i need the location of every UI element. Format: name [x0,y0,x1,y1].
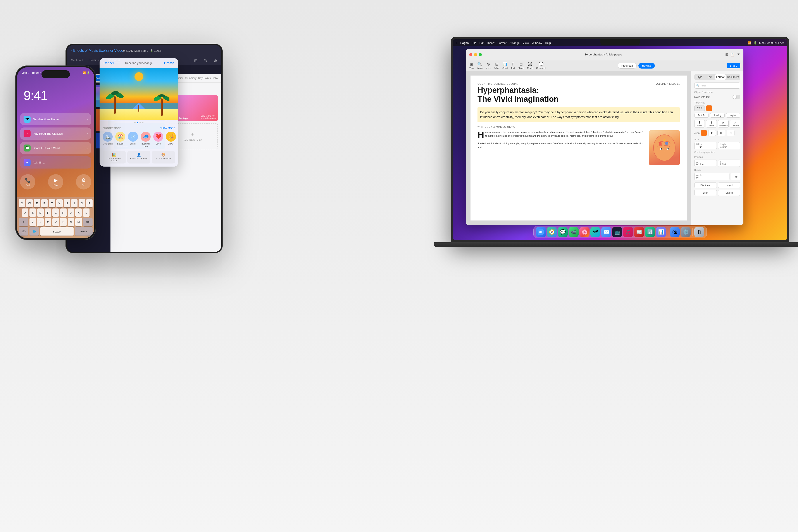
menubar-arrange[interactable]: Arrange [510,41,520,44]
key-t[interactable]: T [49,199,55,207]
dock-finder[interactable] [536,227,546,237]
sidebar-search[interactable]: 🔍 Filter [694,82,740,89]
dialog-cancel-button[interactable]: Cancel [103,61,114,65]
toolbar-chart[interactable]: 📊 Chart [502,62,508,70]
toolbar-table[interactable]: ⊞ Table [494,62,499,70]
key-emoji[interactable]: 🌐 [30,227,39,235]
arrange-back-btn[interactable]: ⬇ Back [694,120,705,128]
menubar-help[interactable]: Help [545,41,551,44]
apple-menu-icon[interactable]:  [456,41,457,45]
dock-messages[interactable]: 💬 [558,227,568,237]
textwrap-none-btn[interactable]: None [694,105,705,111]
dock-numbers[interactable]: 🔢 [645,227,655,237]
angle-field[interactable]: Angle 0° [694,173,729,180]
toolbar-media[interactable]: 🖼 Media [527,62,533,70]
suggestion-winter[interactable]: ❄️ Winter [128,132,138,147]
key-s[interactable]: S [30,208,36,217]
suggestion-love[interactable]: ❤️ Love [153,132,163,147]
key-shift[interactable]: ⇧ [19,218,28,226]
sidebar-tab-document[interactable]: Document [726,74,740,80]
key-return[interactable]: return [75,227,93,235]
key-n[interactable]: N [68,218,74,226]
dock-facetime[interactable]: 📹 [569,227,578,237]
sidebar-tab-format[interactable]: Format [715,74,726,80]
key-k[interactable]: K [75,208,82,217]
unlock-button[interactable]: Unlock [718,190,741,196]
dock-trash[interactable]: 🗑 [694,227,704,237]
dock-mail[interactable]: ✉️ [601,227,611,237]
suggestion-mountains[interactable]: 🏔️ Mountains [102,132,113,147]
toolbar-text[interactable]: T Text [511,62,515,70]
sidebar-tab-style[interactable]: Style [694,74,705,80]
key-q[interactable]: Q [19,199,25,207]
align-left-btn[interactable]: ⊡ [708,130,716,136]
align-center-btn[interactable]: ⊞ [718,130,725,136]
notif-messages[interactable]: 💬 Share ETA with Chad › [20,142,91,154]
distribute-btn[interactable]: Distribute [694,182,717,188]
arrange-front-btn[interactable]: ⬆ Front [706,120,717,128]
textwrap-color-swatch[interactable] [706,105,712,111]
key-o[interactable]: O [79,199,85,207]
key-y[interactable]: Y [56,199,63,207]
notif-maps[interactable]: 🗺 Get directions Home › [20,113,91,125]
traffic-light-minimize[interactable] [474,53,477,56]
toolbar-shape[interactable]: ◻ Shape [518,62,524,70]
toolbar-comment[interactable]: 💬 Comment [536,62,546,70]
key-h[interactable]: H [60,208,66,217]
height-btn[interactable]: Height [718,182,741,188]
dock-maps[interactable]: 🗺 [590,227,601,237]
dialog-create-button[interactable]: Create [164,61,174,65]
pages-rewrite-btn[interactable]: Rewrite [639,63,655,69]
shortcut-call[interactable]: 📞 Call [20,174,35,189]
toolbar-insert[interactable]: ⊕ Insert [486,62,491,70]
key-p[interactable]: P [86,199,93,207]
pages-proofread-btn[interactable]: Proofread [618,63,636,69]
position-y-field[interactable]: Y 1.89 in [718,159,741,167]
size-width-field[interactable]: Width 7.7 in [694,142,717,149]
key-d[interactable]: D [37,208,44,217]
menubar-edit[interactable]: Edit [479,41,484,44]
alpha-btn[interactable]: Alpha [726,113,740,118]
align-color-swatch[interactable] [701,130,707,136]
key-a[interactable]: A [22,208,28,217]
dock-keynote[interactable]: 📊 [656,227,666,237]
key-b[interactable]: B [60,218,66,226]
key-u[interactable]: U [64,199,70,207]
dock-appstore[interactable]: 🛍 [670,227,680,237]
shortcut-play[interactable]: ▶ Play [48,174,63,189]
key-space[interactable]: space [40,227,74,235]
dock-news[interactable]: 📰 [634,227,644,237]
move-with-text-toggle[interactable] [733,95,740,99]
suggestion-baseball-cap[interactable]: 🧢 Baseball Cap [140,132,151,147]
dialog-opt-style[interactable]: 🎨 STYLE SKETCH [152,151,175,164]
position-x-field[interactable]: X 0.22 in [694,159,717,167]
lock-button[interactable]: Lock [694,190,717,196]
shortcut-set[interactable]: ⚙ Set [76,174,91,189]
key-r[interactable]: R [41,199,48,207]
pages-icon-2[interactable]: 📋 [730,52,735,57]
toolbar-view[interactable]: ⊞ View [469,62,474,70]
dock-photos[interactable]: 🌸 [580,227,589,237]
traffic-light-fullscreen[interactable] [479,53,482,56]
show-more-button[interactable]: SHOW MORE [160,127,175,130]
key-v[interactable]: V [52,218,59,226]
key-j[interactable]: J [68,208,74,217]
dialog-opt-person[interactable]: 👤 PERSON CHOOSE [127,151,151,164]
toolbar-zoom[interactable]: 🔍 Zoom [477,62,483,70]
dock-music[interactable]: 🎵 [623,227,633,237]
ipad-tab-section1[interactable]: Section 1 [71,58,83,63]
pages-share-button[interactable]: Share [727,63,740,68]
ipad-back-button[interactable]: ‹ Effects of Music Explainer Video [71,49,123,53]
flip-btn[interactable]: Flip [731,173,740,180]
key-z[interactable]: Z [30,218,36,226]
key-e[interactable]: E [34,199,40,207]
menubar-view[interactable]: View [523,41,529,44]
key-123[interactable]: 123 [19,227,28,235]
key-g[interactable]: G [52,208,59,217]
menubar-format[interactable]: Format [498,41,507,44]
key-c[interactable]: C [45,218,51,226]
dock-safari[interactable]: 🧭 [547,227,557,237]
arrange-forward-btn[interactable]: ↗ Forward [730,120,740,128]
textfit-btn[interactable]: Text Fit [694,113,709,118]
key-w[interactable]: W [26,199,33,207]
